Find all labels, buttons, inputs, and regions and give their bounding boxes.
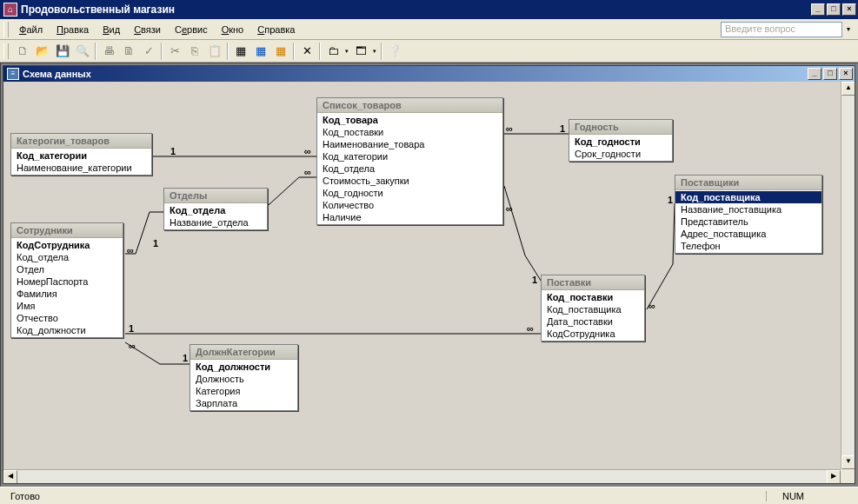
mdi-area: ≡ Схема данных _ □ × [0,63,858,487]
menu-view[interactable]: Вид [96,22,127,37]
relationships-window: ≡ Схема данных _ □ × [3,65,855,484]
field[interactable]: Наименование_товара [317,138,502,150]
copy-icon[interactable]: ⎘ [185,42,204,61]
mdi-close-button[interactable]: × [839,68,853,80]
print-icon[interactable]: 🖶 [99,42,118,61]
scroll-down-icon[interactable]: ▼ [841,455,855,469]
maximize-button[interactable]: □ [827,3,841,16]
field-pk[interactable]: Код_должности [190,361,297,373]
field[interactable]: Телефон [675,240,821,252]
field[interactable]: Категория [190,385,297,397]
field[interactable]: КодСотрудника [542,328,644,340]
table-header[interactable]: Поставки [542,275,644,290]
field[interactable]: Наименование_категории [11,162,151,174]
help-search-input[interactable]: Введите вопрос [721,22,842,37]
vertical-scrollbar[interactable]: ▲ ▼ [841,82,855,469]
field[interactable]: Код_отдела [317,162,502,175]
table-categories[interactable]: Катерогии_товаров Код_категории Наименов… [10,133,152,176]
field[interactable]: Отчество [11,312,123,324]
field[interactable]: Срок_годности [569,148,672,160]
table-deliveries[interactable]: Поставки Код_поставки Код_поставщика Дат… [541,275,645,342]
scroll-up-icon[interactable]: ▲ [841,82,855,96]
table-positions[interactable]: ДолжнКатегории Код_должности Должность К… [190,344,298,411]
schema-canvas[interactable]: 1 ∞ 1 ∞ 1 ∞ 1 ∞ 1 ∞ 1 ∞ 1 ∞ 1 ∞ Катероги… [3,82,855,483]
card-label: 1 [153,238,158,249]
show-table-icon[interactable]: ▦ [231,42,250,61]
field[interactable]: Дата_поставки [542,315,644,328]
field[interactable]: Отдел [11,263,123,275]
table-header[interactable]: Поставщики [675,176,821,190]
show-all-rel-icon[interactable]: ▦ [271,42,290,61]
save-icon[interactable]: 💾 [53,42,72,61]
menu-help[interactable]: Справка [250,22,302,37]
scroll-left-icon[interactable]: ◀ [3,470,17,483]
menu-service[interactable]: Сервис [168,22,215,37]
field[interactable]: Должность [190,373,297,385]
field[interactable]: Количество [317,199,502,211]
field[interactable]: Имя [11,300,123,312]
menu-window[interactable]: Окно [215,22,251,37]
field[interactable]: Название_отдела [164,216,267,229]
clear-layout-icon[interactable]: ✕ [297,42,316,61]
field[interactable]: Название_поставщика [675,203,821,216]
search-file-icon[interactable]: 🔍 [73,42,92,61]
field[interactable]: Адрес_поставщика [675,228,821,240]
help-dropdown-icon[interactable]: ▾ [842,22,855,37]
field[interactable]: Код_отдела [11,251,123,263]
dropdown-arrow-icon[interactable]: ▾ [371,48,378,55]
dropdown-arrow-icon[interactable]: ▾ [343,48,350,55]
table-validity[interactable]: Годность Код_годности Срок_годности [569,119,673,162]
table-suppliers[interactable]: Поставщики Код_поставщика Название_поста… [675,175,822,254]
paste-icon[interactable]: 📋 [205,42,224,61]
horizontal-scrollbar[interactable]: ◀ ▶ [3,469,841,483]
field-pk[interactable]: Код_годности [569,136,672,148]
field[interactable]: Код_годности [317,187,502,199]
field[interactable]: НомерПаспорта [11,275,123,288]
menu-edit[interactable]: Правка [50,22,96,37]
field[interactable]: Код_поставщика [542,303,644,315]
field[interactable]: Стоимость_закупки [317,175,502,187]
field-pk[interactable]: Код_категории [11,149,151,162]
cut-icon[interactable]: ✂ [165,42,184,61]
table-employees[interactable]: Сотрудники КодСотрудника Код_отдела Отде… [10,222,123,338]
table-goods[interactable]: Список_товаров Код_товара Код_поставки Н… [316,97,503,225]
new-icon[interactable]: 🗋 [13,42,32,61]
mdi-maximize-button[interactable]: □ [823,68,837,80]
field-pk[interactable]: Код_поставки [542,291,644,303]
print-preview-icon[interactable]: 🗎 [119,42,138,61]
close-button[interactable]: × [842,3,856,16]
table-header[interactable]: Катерогии_товаров [11,134,151,149]
field[interactable]: Фамилия [11,288,123,300]
field[interactable]: Код_должности [11,324,123,336]
field[interactable]: Наличие [317,211,502,223]
scroll-right-icon[interactable]: ▶ [827,470,841,483]
menu-file[interactable]: Файл [12,22,50,37]
new-object-icon[interactable]: 🗀 [323,42,343,61]
field-pk[interactable]: Код_товара [317,114,502,126]
open-icon[interactable]: 📂 [33,42,52,61]
toolbar-grip[interactable] [3,43,9,59]
card-label: ∞ [304,146,311,156]
field-pk[interactable]: КодСотрудника [11,239,123,251]
field[interactable]: Представитель [675,216,821,228]
mdi-minimize-button[interactable]: _ [808,68,821,80]
spellcheck-icon[interactable]: ✓ [139,42,158,61]
show-direct-rel-icon[interactable]: ▦ [251,42,270,61]
field[interactable]: Код_поставки [317,126,502,138]
help-icon[interactable]: ❔ [385,42,404,61]
table-header[interactable]: ДолжнКатегории [190,345,297,360]
window-icon[interactable]: 🗔 [351,42,370,61]
table-header[interactable]: Годность [569,120,672,135]
table-header[interactable]: Список_товаров [317,98,502,113]
menu-grip[interactable] [3,22,9,37]
table-header[interactable]: Отделы [164,189,267,203]
table-header[interactable]: Сотрудники [11,223,123,238]
field-pk[interactable]: Код_отдела [164,204,267,216]
table-departments[interactable]: Отделы Код_отдела Название_отдела [163,188,268,230]
field[interactable]: Код_категории [317,150,502,162]
minimize-button[interactable]: _ [811,3,825,16]
menu-relations[interactable]: Связи [127,22,168,37]
mdi-titlebar[interactable]: ≡ Схема данных _ □ × [3,66,855,82]
field-pk-selected[interactable]: Код_поставщика [675,191,821,203]
field[interactable]: Зарплата [190,397,297,409]
